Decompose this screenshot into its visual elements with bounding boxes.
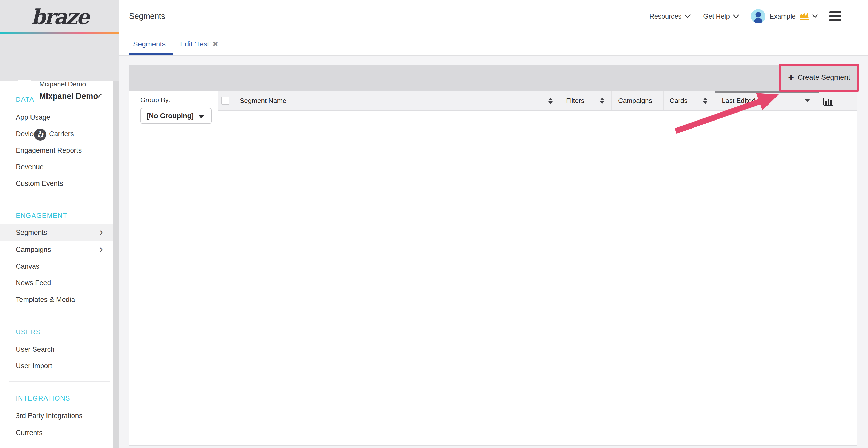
chevron-right-icon: › [99,241,103,257]
select-all-checkbox[interactable] [221,97,229,105]
workspace-type-label: Mixpanel Demo [39,80,86,88]
sidebar-section-integrations: INTEGRATIONS [16,394,70,402]
workspace-name: Mixpanel Demo [39,92,98,101]
sidebar-divider [8,381,110,382]
column-header-segment-name[interactable]: Segment Name [232,91,560,110]
segments-table-body [218,111,857,446]
sidebar-item-campaigns[interactable]: Campaigns › [0,241,113,258]
chevron-down-icon[interactable] [95,94,102,98]
chevron-right-icon: › [99,224,103,240]
column-divider [838,91,838,110]
chevron-down-icon[interactable] [812,14,818,18]
sidebar-item-custom-events[interactable]: Custom Events [0,175,113,192]
sidebar-item-canvas[interactable]: Canvas [0,258,113,275]
column-header-analytics[interactable] [819,91,838,110]
sort-icon[interactable] [703,98,707,104]
crown-icon [799,12,810,21]
sort-icon[interactable] [549,98,553,104]
chevron-down-icon [685,14,691,18]
sidebar-item-news-feed[interactable]: News Feed [0,275,113,291]
sidebar-item-user-search[interactable]: User Search [0,341,113,358]
column-header-campaigns[interactable]: Campaigns [612,91,663,110]
bar-chart-icon [823,95,834,106]
workspace-selector[interactable]: b Mixpanel Demo Mixpanel Demo [0,34,119,80]
get-help-menu[interactable]: Get Help [703,12,739,21]
user-avatar[interactable] [751,9,766,24]
sidebar-item-segments[interactable]: Segments › [0,224,113,241]
tab-edit-test[interactable]: Edit 'Test' [180,33,211,55]
column-label: Segment Name [240,97,286,105]
sidebar-divider [8,315,110,315]
page-title: Segments [129,0,165,33]
create-segment-label: Create Segment [798,73,850,81]
sidebar-item-app-usage[interactable]: App Usage [0,109,113,126]
sidebar-divider [8,197,110,197]
sidebar-section-users: USERS [16,328,41,336]
get-help-label: Get Help [703,12,730,21]
column-header-filters[interactable]: Filters [560,91,612,110]
sidebar-section-engagement: ENGAGEMENT [16,212,67,219]
sidebar-item-revenue[interactable]: Revenue [0,159,113,175]
card-bottom-border [129,445,857,446]
create-segment-button[interactable]: + Create Segment [781,66,857,89]
caret-down-icon [198,114,204,118]
group-by-dropdown[interactable]: [No Grouping] [140,108,212,124]
tab-bar: Segments Edit 'Test' ✖ [119,33,868,56]
segments-toolbar: Include archived segments + Create Segme… [129,65,857,91]
topbar: Segments Resources Get Help Example [119,0,868,33]
sidebar-item-currents[interactable]: Currents [0,424,113,441]
sidebar-item-label: Campaigns [16,246,51,253]
sidebar-item-label: Segments [16,229,47,236]
sidebar-scrollbar[interactable] [113,80,119,448]
column-label: Filters [566,97,584,105]
sidebar-item-user-import[interactable]: User Import [0,358,113,374]
braze-logo: braze [0,5,119,29]
active-tab-underline [129,53,173,56]
column-label: Campaigns [618,97,652,105]
resources-label: Resources [649,12,681,21]
group-by-panel: Group By: [No Grouping] [129,91,218,446]
group-by-label: Group By: [140,96,170,104]
sidebar-item-3rd-party-integrations[interactable]: 3rd Party Integrations [0,408,113,424]
sidebar-item-devices-carriers[interactable]: Devices & Carriers [0,126,113,142]
plus-icon: + [788,72,794,83]
resources-menu[interactable]: Resources [649,12,691,21]
sidebar: braze b Mixpanel Demo Mixpanel Demo DATA… [0,0,119,448]
column-header-last-edited[interactable]: Last Edited [715,91,819,110]
logo-block: braze [0,0,119,32]
sort-desc-icon [805,99,810,102]
tab-segments[interactable]: Segments [133,33,165,55]
user-name[interactable]: Example [770,12,796,21]
sidebar-item-engagement-reports[interactable]: Engagement Reports [0,142,113,159]
column-label: Last Edited [722,97,755,105]
sidebar-item-templates-media[interactable]: Templates & Media [0,291,113,308]
close-icon[interactable]: ✖ [212,33,218,55]
segments-table-header: Segment Name Filters Campaigns Cards Las… [218,91,857,111]
chevron-down-icon [733,14,739,18]
column-label: Cards [670,97,687,105]
topbar-right: Resources Get Help Example [649,0,841,33]
hamburger-menu-icon[interactable] [829,11,841,21]
sort-icon[interactable] [600,98,604,104]
column-header-cards[interactable]: Cards [663,91,715,110]
group-by-value: [No Grouping] [147,112,194,120]
sidebar-section-data: DATA [16,96,34,103]
